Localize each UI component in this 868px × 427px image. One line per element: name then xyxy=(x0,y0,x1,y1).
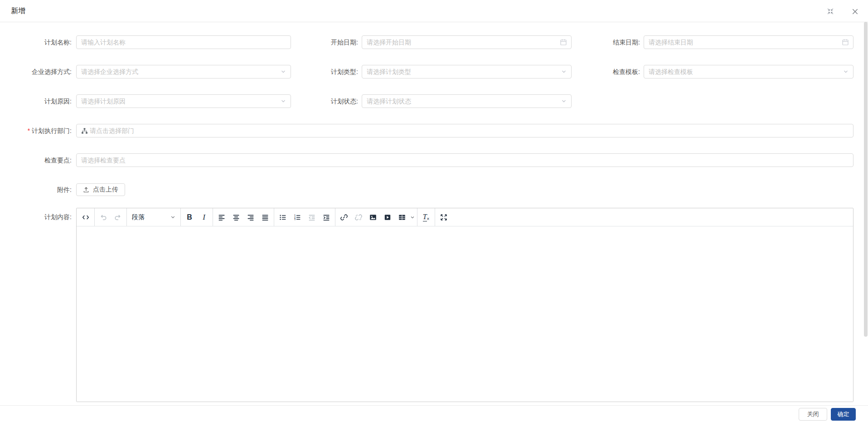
check-points-label: 检查要点: xyxy=(9,153,72,167)
fullscreen-icon[interactable] xyxy=(436,210,451,225)
svg-text:3: 3 xyxy=(294,218,296,221)
enterprise-mode-select[interactable] xyxy=(76,65,291,79)
upload-icon xyxy=(83,187,89,193)
plan-type-select[interactable] xyxy=(362,65,572,79)
toolbar-divider xyxy=(417,208,417,226)
start-date-picker[interactable] xyxy=(362,35,572,49)
plan-content-label: 计划内容: xyxy=(9,210,72,224)
italic-icon[interactable]: I xyxy=(197,210,211,225)
paragraph-format-select[interactable]: 段落 xyxy=(128,210,179,225)
close-icon[interactable] xyxy=(850,7,859,16)
plan-reason-value[interactable] xyxy=(77,95,291,107)
check-points-select[interactable] xyxy=(76,153,853,167)
start-date-label: 开始日期: xyxy=(290,35,358,49)
toolbar-divider xyxy=(435,208,435,226)
table-icon[interactable] xyxy=(395,210,409,225)
remove-format-icon[interactable]: T× xyxy=(419,210,433,225)
plan-name-input[interactable] xyxy=(77,36,291,48)
unlink-icon[interactable] xyxy=(351,210,366,225)
required-mark: * xyxy=(28,127,30,134)
exit-fullscreen-icon[interactable] xyxy=(826,7,835,16)
rich-text-editor: 段落 B I 123 xyxy=(76,208,853,402)
plan-name-input-wrap[interactable] xyxy=(76,35,291,49)
plan-type-value[interactable] xyxy=(362,66,571,78)
add-plan-dialog: 新增 计划名称: 开始日期: 结束日期: xyxy=(0,0,868,427)
upload-button[interactable]: 点击上传 xyxy=(76,183,125,196)
plan-name-label: 计划名称: xyxy=(9,35,72,49)
align-center-icon[interactable] xyxy=(229,210,243,225)
vertical-scrollbar-thumb[interactable] xyxy=(864,22,868,337)
source-code-icon[interactable] xyxy=(78,210,93,225)
plan-reason-label: 计划原因: xyxy=(9,94,72,108)
link-icon[interactable] xyxy=(337,210,351,225)
header-divider xyxy=(0,22,868,22)
plan-status-label: 计划状态: xyxy=(290,94,358,108)
end-date-label: 结束日期: xyxy=(572,35,640,49)
start-date-input[interactable] xyxy=(362,36,571,48)
plan-status-value[interactable] xyxy=(362,95,571,107)
plan-type-label: 计划类型: xyxy=(290,65,358,79)
attachment-label: 附件: xyxy=(9,183,72,196)
outdent-icon[interactable] xyxy=(305,210,319,225)
end-date-picker[interactable] xyxy=(644,35,853,49)
exec-department-input[interactable] xyxy=(88,125,853,137)
enterprise-mode-label: 企业选择方式: xyxy=(9,65,72,79)
check-points-input[interactable] xyxy=(77,154,853,166)
end-date-input[interactable] xyxy=(644,36,853,48)
enterprise-mode-value[interactable] xyxy=(77,66,291,78)
toolbar-divider xyxy=(213,208,213,226)
check-template-select[interactable] xyxy=(644,65,853,79)
align-left-icon[interactable] xyxy=(214,210,229,225)
toolbar-divider xyxy=(180,208,181,226)
plan-status-select[interactable] xyxy=(362,94,572,108)
redo-icon[interactable] xyxy=(111,210,125,225)
align-justify-icon[interactable] xyxy=(258,210,272,225)
toolbar-divider xyxy=(274,208,274,226)
toolbar-divider xyxy=(126,208,127,226)
footer-divider xyxy=(0,405,868,406)
toolbar-divider xyxy=(335,208,335,226)
close-button[interactable]: 关闭 xyxy=(799,408,827,421)
bullet-list-icon[interactable] xyxy=(276,210,290,225)
exec-department-picker[interactable] xyxy=(76,124,853,137)
paragraph-format-value: 段落 xyxy=(132,213,145,221)
plan-reason-select[interactable] xyxy=(76,94,291,108)
confirm-button[interactable]: 确定 xyxy=(831,408,856,421)
dialog-title: 新增 xyxy=(11,5,25,17)
table-dropdown-chevron-icon[interactable] xyxy=(410,215,415,220)
bold-icon[interactable]: B xyxy=(182,210,197,225)
org-tree-icon xyxy=(81,128,88,134)
indent-icon[interactable] xyxy=(319,210,334,225)
undo-icon[interactable] xyxy=(96,210,111,225)
toolbar-divider xyxy=(94,208,95,226)
check-template-value[interactable] xyxy=(644,66,853,78)
image-icon[interactable] xyxy=(366,210,380,225)
upload-button-label: 点击上传 xyxy=(93,186,118,194)
align-right-icon[interactable] xyxy=(243,210,258,225)
exec-department-label: *计划执行部门: xyxy=(9,124,72,137)
numbered-list-icon[interactable]: 123 xyxy=(290,210,305,225)
editor-content-area[interactable] xyxy=(77,226,853,402)
check-template-label: 检查模板: xyxy=(572,65,640,79)
media-icon[interactable] xyxy=(380,210,395,225)
editor-toolbar: 段落 B I 123 xyxy=(77,208,853,226)
